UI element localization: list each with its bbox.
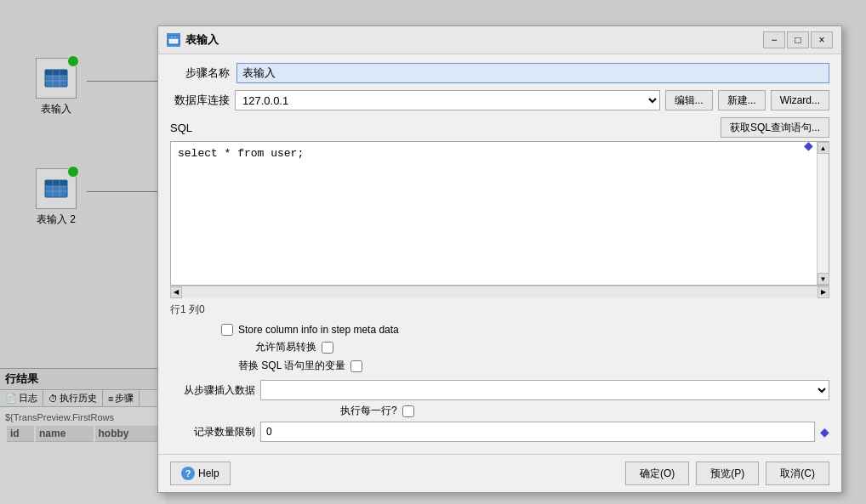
db-connection-select[interactable]: 127.0.0.1 [235, 90, 660, 110]
new-button[interactable]: 新建... [718, 90, 766, 110]
sql-label: SQL [170, 122, 192, 134]
minimize-button[interactable]: − [763, 31, 785, 48]
store-column-checkbox[interactable] [221, 324, 233, 336]
record-limit-input[interactable] [260, 422, 815, 442]
sql-header: SQL 获取SQL查询语句... [170, 117, 829, 138]
help-icon: ? [181, 467, 195, 480]
help-button[interactable]: ? Help [170, 462, 231, 485]
dialog-title-icon [167, 33, 180, 47]
confirm-button[interactable]: 确定(O) [625, 462, 689, 485]
table-input-dialog: 表输入 − □ × 步骤名称 数据库连接 127.0.0.1 编辑... 新建.… [157, 25, 842, 493]
option-row-1: Store column info in step meta data [221, 324, 829, 336]
dialog-body: 步骤名称 数据库连接 127.0.0.1 编辑... 新建... Wizard.… [158, 54, 841, 454]
close-button[interactable]: × [811, 31, 833, 48]
maximize-button[interactable]: □ [787, 31, 809, 48]
scroll-up-arrow[interactable]: ▲ [818, 142, 829, 154]
replace-sql-vars-label: 替换 SQL 语句里的变量 [238, 359, 345, 373]
scroll-left-arrow[interactable]: ◀ [170, 286, 182, 298]
wizard-button[interactable]: Wizard... [771, 90, 829, 110]
sql-section: SQL 获取SQL查询语句... select * from user; ▲ ▼… [170, 117, 829, 297]
diamond-icon-sql: ◆ [804, 139, 813, 152]
horiz-scroll-track [182, 286, 818, 297]
options-section: Store column info in step meta data 允许简易… [170, 320, 829, 377]
scroll-down-arrow[interactable]: ▼ [818, 273, 829, 285]
cancel-button[interactable]: 取消(C) [766, 462, 829, 485]
insert-data-row: 从步骤插入数据 [170, 380, 829, 400]
scroll-right-arrow[interactable]: ▶ [818, 286, 829, 298]
allow-simple-convert-label: 允许简易转换 [255, 340, 316, 354]
record-limit-label: 记录数量限制 [170, 425, 255, 439]
step-name-label: 步骤名称 [170, 65, 230, 81]
footer-right: 确定(O) 预览(P) 取消(C) [625, 462, 829, 485]
edit-button[interactable]: 编辑... [665, 90, 713, 110]
execute-each-checkbox[interactable] [402, 405, 414, 417]
execute-each-label: 执行每一行? [340, 404, 397, 418]
dialog-footer: ? Help 确定(O) 预览(P) 取消(C) [158, 454, 841, 492]
step-name-input[interactable] [236, 63, 829, 83]
execute-each-row: 执行每一行? [340, 404, 829, 418]
dialog-titlebar: 表输入 − □ × [158, 26, 841, 54]
dialog-title: 表输入 [167, 32, 219, 48]
diamond-icon-record: ◆ [820, 425, 829, 439]
option-row-3: 替换 SQL 语句里的变量 [238, 359, 829, 373]
db-connection-row: 数据库连接 127.0.0.1 编辑... 新建... Wizard... [170, 90, 829, 110]
sql-editor[interactable]: select * from user; [171, 142, 829, 282]
replace-sql-vars-checkbox[interactable] [350, 360, 362, 372]
titlebar-buttons: − □ × [763, 31, 833, 48]
preview-button[interactable]: 预览(P) [696, 462, 759, 485]
allow-simple-convert-checkbox[interactable] [322, 342, 333, 354]
option-row-2: 允许简易转换 [255, 340, 829, 354]
dialog-title-text: 表输入 [185, 32, 219, 48]
store-column-label: Store column info in step meta data [238, 324, 399, 336]
sql-editor-wrapper: select * from user; ▲ ▼ ◆ [170, 141, 829, 286]
record-limit-row: 记录数量限制 ◆ [170, 422, 829, 442]
insert-label: 从步骤插入数据 [170, 383, 255, 398]
insert-select[interactable] [260, 380, 829, 400]
svg-rect-13 [168, 36, 179, 39]
step-name-row: 步骤名称 [170, 63, 829, 83]
get-sql-button[interactable]: 获取SQL查询语句... [721, 117, 829, 138]
row-col-info: 行1 列0 [170, 303, 829, 317]
sql-scrollbar-right: ▲ ▼ [817, 142, 829, 285]
db-connection-label: 数据库连接 [170, 93, 230, 108]
sql-horizontal-scrollbar: ◀ ▶ [170, 286, 829, 297]
